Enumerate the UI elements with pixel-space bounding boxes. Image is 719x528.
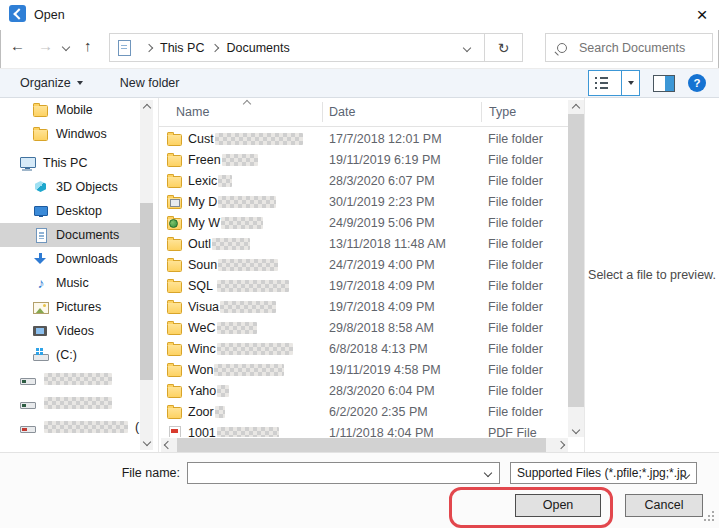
- file-row[interactable]: My D 30/1/2019 2:23 PM File folder: [159, 191, 568, 212]
- redacted-blur: [217, 343, 293, 355]
- recent-locations-chevron-icon[interactable]: [62, 43, 70, 51]
- sidebar-item-this-pc[interactable]: This PC: [0, 151, 141, 175]
- file-row[interactable]: Outl 13/11/2018 11:48 AM File folder: [159, 233, 568, 254]
- help-icon[interactable]: ?: [688, 74, 706, 92]
- column-headers: Name Date Type: [159, 98, 568, 127]
- file-type: File folder: [488, 174, 568, 188]
- preview-pane-toggle-icon[interactable]: [653, 75, 675, 92]
- file-row[interactable]: My W 24/9/2019 5:06 PM File folder: [159, 212, 568, 233]
- open-button[interactable]: Open: [515, 494, 601, 517]
- sidebar-item-mobile[interactable]: Mobile: [0, 98, 141, 122]
- new-folder-button[interactable]: New folder: [120, 76, 180, 90]
- sidebar-item-windwos[interactable]: Windwos: [0, 122, 141, 146]
- file-date: 6/2/2020 2:35 PM: [329, 405, 488, 419]
- redacted-blur: [218, 175, 232, 187]
- file-name-input[interactable]: [188, 464, 485, 482]
- breadcrumb-this-pc[interactable]: This PC: [160, 41, 204, 55]
- scrollbar-thumb[interactable]: [177, 438, 546, 452]
- horizontal-scrollbar[interactable]: [161, 438, 568, 452]
- sidebar-item-network-drive[interactable]: [0, 391, 141, 415]
- search-box[interactable]: [545, 33, 713, 62]
- file-type-dropdown[interactable]: Supported Files (*.pfile;*.jpg;*.jp: [510, 462, 697, 484]
- up-button[interactable]: ↑: [84, 37, 92, 55]
- file-type: File folder: [488, 384, 568, 398]
- file-type: File folder: [488, 405, 568, 419]
- folder-icon: [167, 152, 183, 168]
- sidebar-item-network-drive[interactable]: [0, 367, 141, 391]
- file-date: 13/11/2018 11:48 AM: [329, 237, 488, 251]
- sidebar-item-c-drive[interactable]: (C:): [0, 343, 141, 367]
- file-date: 24/7/2019 4:00 PM: [329, 258, 488, 272]
- file-row[interactable]: 1001 1/11/2018 4:04 PM PDF File: [159, 422, 568, 437]
- file-name-combobox[interactable]: [187, 462, 500, 484]
- sidebar-item-pictures[interactable]: Pictures: [0, 295, 141, 319]
- vertical-scrollbar[interactable]: [568, 100, 584, 437]
- download-arrow-icon: [33, 251, 49, 267]
- sidebar-item-downloads[interactable]: Downloads: [0, 247, 141, 271]
- file-row[interactable]: Visua 19/7/2018 4:09 PM File folder: [159, 296, 568, 317]
- file-row[interactable]: Cust 17/7/2018 12:01 PM File folder: [159, 128, 568, 149]
- address-dropdown-chevron-icon[interactable]: [450, 34, 484, 61]
- preview-pane: Select a file to preview.: [584, 98, 719, 452]
- file-row[interactable]: WeC 29/8/2018 8:58 AM File folder: [159, 317, 568, 338]
- file-row[interactable]: Won 19/11/2019 4:58 PM File folder: [159, 359, 568, 380]
- view-dropdown-arrow[interactable]: [621, 71, 639, 95]
- file-row[interactable]: Zoor 6/2/2020 2:35 PM File folder: [159, 401, 568, 422]
- sidebar-item-videos[interactable]: Videos: [0, 319, 141, 343]
- column-header-name[interactable]: Name: [176, 105, 209, 119]
- folder-icon: [167, 173, 183, 189]
- sidebar-scrollbar[interactable]: [140, 100, 153, 450]
- folder-icon: [167, 383, 183, 399]
- scrollbar-thumb[interactable]: [140, 203, 153, 380]
- column-header-date[interactable]: Date: [329, 105, 355, 119]
- folder-icon: [33, 126, 49, 142]
- chevron-down-icon[interactable]: [484, 469, 492, 477]
- change-view-split-button[interactable]: [588, 70, 640, 96]
- file-row[interactable]: Soun 24/7/2019 4:00 PM File folder: [159, 254, 568, 275]
- column-header-type[interactable]: Type: [489, 105, 516, 119]
- folder-data-icon: [167, 194, 183, 210]
- pdf-file-icon: [167, 425, 183, 438]
- sidebar-item-network-drive[interactable]: (: [0, 415, 141, 439]
- redacted-blur: [215, 133, 303, 145]
- details-view-icon[interactable]: [589, 71, 621, 95]
- music-note-icon: ♪: [33, 275, 49, 291]
- breadcrumb-documents[interactable]: Documents: [226, 41, 289, 55]
- address-bar[interactable]: This PC Documents ↻: [109, 33, 523, 62]
- organize-menu-button[interactable]: Organize: [20, 76, 83, 90]
- sidebar-item-desktop[interactable]: Desktop: [0, 199, 141, 223]
- sidebar-item-3d-objects[interactable]: 3D Objects: [0, 175, 141, 199]
- title-bar: Open ×: [0, 0, 719, 30]
- file-row[interactable]: Winc 6/8/2018 4:13 PM File folder: [159, 338, 568, 359]
- redacted-blur: [217, 427, 279, 437]
- scroll-down-icon[interactable]: [142, 438, 150, 446]
- file-row[interactable]: Yaho 28/3/2020 6:04 PM File folder: [159, 380, 568, 401]
- scroll-up-icon[interactable]: [142, 104, 150, 112]
- file-date: 1/11/2018 4:04 PM: [329, 426, 488, 438]
- file-row[interactable]: SQL 19/7/2018 4:09 PM File folder: [159, 275, 568, 296]
- search-input[interactable]: [577, 40, 699, 56]
- scroll-up-icon[interactable]: [572, 104, 580, 112]
- scroll-right-icon[interactable]: [557, 441, 565, 449]
- cancel-button[interactable]: Cancel: [625, 494, 703, 517]
- dialog-footer: File name: Supported Files (*.pfile;*.jp…: [0, 452, 719, 528]
- scrollbar-thumb[interactable]: [568, 114, 584, 407]
- file-type: File folder: [488, 258, 568, 272]
- refresh-button[interactable]: ↻: [484, 34, 522, 61]
- file-row[interactable]: Lexic 28/3/2020 6:07 PM File folder: [159, 170, 568, 191]
- column-divider[interactable]: [322, 102, 323, 122]
- file-date: 19/11/2019 6:19 PM: [329, 153, 488, 167]
- sidebar-item-documents[interactable]: Documents: [0, 223, 141, 247]
- windows-drive-icon: [33, 347, 49, 363]
- back-button[interactable]: ←: [10, 37, 25, 55]
- folder-icon: [167, 299, 183, 315]
- preview-message: Select a file to preview.: [588, 268, 716, 452]
- resize-grip[interactable]: [703, 510, 715, 522]
- file-row[interactable]: Freen 19/11/2019 6:19 PM File folder: [159, 149, 568, 170]
- column-divider[interactable]: [481, 102, 482, 122]
- scroll-down-icon[interactable]: [572, 426, 580, 434]
- scroll-left-icon[interactable]: [164, 441, 172, 449]
- folder-globe-icon: [167, 215, 183, 231]
- sidebar-item-music[interactable]: ♪ Music: [0, 271, 141, 295]
- close-icon[interactable]: ×: [688, 2, 716, 28]
